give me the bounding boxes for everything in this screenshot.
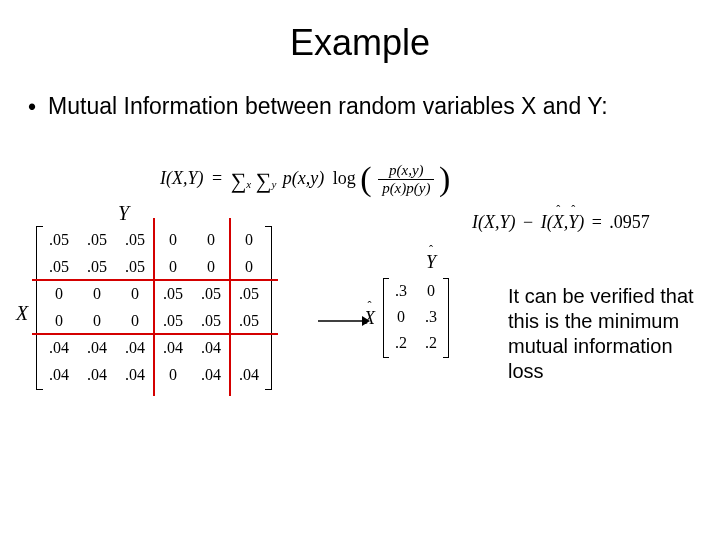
- big-matrix-rbracket: [265, 226, 272, 390]
- bullet-item: • Mutual Information between random vari…: [28, 92, 720, 121]
- frac-num: p(x,y): [378, 162, 434, 180]
- small-matrix-table: .30 0.3 .2.2: [386, 278, 446, 356]
- cell: 0: [116, 280, 154, 307]
- big-matrix: Y X .05.05.05000 .05.05.05000 000.05.05.…: [40, 226, 268, 392]
- formula-fraction: p(x,y) p(x)p(y): [378, 162, 434, 197]
- cell: .04: [40, 334, 78, 361]
- cell: .3: [416, 304, 446, 330]
- cell: .04: [192, 334, 230, 361]
- cell: [230, 334, 268, 361]
- cell: .04: [78, 334, 116, 361]
- cell: .04: [116, 334, 154, 361]
- cell: 0: [116, 307, 154, 334]
- cell: 0: [78, 307, 116, 334]
- slide-title: Example: [0, 22, 720, 64]
- bullet-text: Mutual Information between random variab…: [48, 92, 608, 121]
- cell: .04: [40, 361, 78, 388]
- formula-log: log: [333, 168, 356, 188]
- res-val: .0957: [609, 212, 650, 232]
- cell: 0: [386, 304, 416, 330]
- result-equation: I(X,Y) − I(ˆX,ˆY) = .0957: [472, 212, 650, 233]
- cell: .05: [40, 226, 78, 253]
- res-lhs1: I(X,Y): [472, 212, 516, 232]
- sum-y: ∑: [256, 168, 272, 193]
- cell: .05: [230, 280, 268, 307]
- formula-pxy: p(x,y): [283, 168, 324, 188]
- small-matrix-xlabel: ˆX: [364, 308, 375, 329]
- mi-formula: I(X,Y) = ∑x ∑y p(x,y) log ( p(x,y) p(x)p…: [160, 154, 450, 197]
- big-matrix-ylabel: Y: [118, 202, 129, 225]
- cell: 0: [40, 307, 78, 334]
- diagram-area: Y X .05.05.05000 .05.05.05000 000.05.05.…: [18, 198, 702, 458]
- cell: .04: [230, 361, 268, 388]
- res-lhs2: I(ˆX,ˆY): [541, 212, 585, 232]
- cell: .05: [192, 307, 230, 334]
- arrow-icon: [318, 314, 366, 316]
- cell: .04: [78, 361, 116, 388]
- cell: 0: [230, 253, 268, 280]
- cell: .04: [154, 334, 192, 361]
- rparen: ): [439, 160, 450, 197]
- cell: .2: [386, 330, 416, 356]
- sum-y-sub: y: [271, 178, 276, 190]
- cell: 0: [40, 280, 78, 307]
- cell: .05: [154, 307, 192, 334]
- cell: .2: [416, 330, 446, 356]
- sum-x-sub: x: [246, 178, 251, 190]
- cell: .05: [40, 253, 78, 280]
- red-vline-2: [229, 218, 231, 396]
- cell: .05: [230, 307, 268, 334]
- cell: .05: [116, 253, 154, 280]
- cell: .05: [78, 253, 116, 280]
- lparen: (: [360, 160, 371, 197]
- sum-x: ∑: [231, 168, 247, 193]
- cell: 0: [154, 253, 192, 280]
- formula-lhs: I(X,Y): [160, 168, 204, 188]
- cell: .05: [116, 226, 154, 253]
- big-matrix-xlabel: X: [16, 302, 28, 325]
- cell: .05: [154, 280, 192, 307]
- small-matrix: ˆY ˆX .30 0.3 .2.2: [386, 278, 446, 360]
- cell: 0: [192, 253, 230, 280]
- cell: .05: [192, 280, 230, 307]
- red-hline-1: [32, 279, 278, 281]
- cell: .04: [192, 361, 230, 388]
- small-matrix-ylabel: ˆY: [426, 252, 436, 273]
- frac-den: p(x)p(y): [378, 180, 434, 197]
- res-eq: =: [592, 212, 602, 232]
- small-matrix-rbracket: [443, 278, 449, 358]
- cell: 0: [78, 280, 116, 307]
- bullet-dot: •: [28, 94, 36, 121]
- cell: 0: [154, 226, 192, 253]
- cell: .05: [78, 226, 116, 253]
- cell: 0: [154, 361, 192, 388]
- red-vline-1: [153, 218, 155, 396]
- big-matrix-lbracket: [36, 226, 43, 390]
- small-matrix-lbracket: [383, 278, 389, 358]
- formula-eq: =: [212, 168, 222, 188]
- cell: 0: [230, 226, 268, 253]
- red-hline-2: [32, 333, 278, 335]
- res-minus: −: [523, 212, 533, 232]
- cell: .3: [386, 278, 416, 304]
- cell: .04: [116, 361, 154, 388]
- cell: 0: [192, 226, 230, 253]
- caption-text: It can be verified that this is the mini…: [508, 284, 708, 384]
- cell: 0: [416, 278, 446, 304]
